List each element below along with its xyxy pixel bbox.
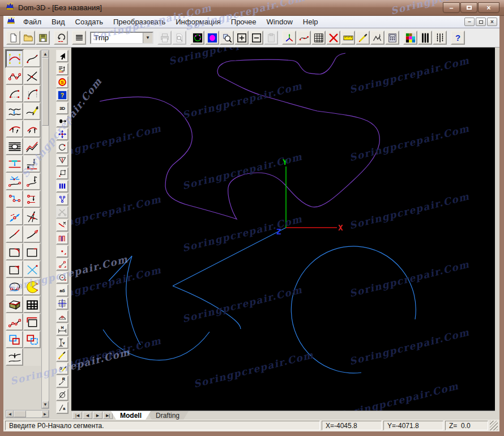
toolbar-print-button[interactable] — [157, 31, 172, 45]
strip-arrow-delete-button[interactable] — [56, 219, 69, 232]
toolbar-bars-button[interactable] — [418, 31, 432, 45]
palette-rect-corner-arc-button[interactable] — [6, 243, 23, 260]
toolbar-bars-dashed-button[interactable] — [433, 31, 447, 45]
toolbar-save-button[interactable] — [36, 31, 50, 45]
toolbar-view-dark-button[interactable] — [190, 31, 204, 45]
toolbar-calculator-button[interactable] — [385, 31, 399, 45]
strip-ellipse-arrow-button[interactable] — [56, 115, 69, 127]
dropdown-arrow-icon[interactable]: ▼ — [143, 33, 152, 43]
strip-warn-triangle-button[interactable] — [56, 154, 69, 166]
palette-box-3d-button[interactable] — [6, 296, 23, 313]
strip-columns-three-button[interactable] — [56, 180, 69, 193]
tab-nav-3[interactable]: ▶| — [103, 412, 113, 419]
palette-lines-cross-button[interactable] — [23, 67, 41, 85]
horizontal-scroll-thumb[interactable] — [14, 411, 26, 417]
strip-dome-arc-button[interactable] — [56, 310, 69, 323]
palette-arc-arrows-button[interactable] — [6, 120, 23, 138]
strip-dim-slope-button[interactable] — [56, 349, 69, 362]
toolbar-line-style-button[interactable] — [72, 31, 86, 45]
mdi-minimize-button[interactable]: – — [464, 18, 475, 26]
scroll-down-arrow-icon[interactable]: ▼ — [42, 401, 49, 408]
menu-item-вид[interactable]: Вид — [46, 16, 70, 27]
palette-chain-nodes-button[interactable] — [6, 313, 23, 331]
palette-curve-node-button[interactable] — [23, 50, 41, 67]
tab-nav-2[interactable]: ▶ — [93, 412, 102, 419]
maximize-button[interactable] — [460, 2, 477, 13]
toolbar-axes-button[interactable] — [282, 31, 296, 45]
palette-curve-3points-button[interactable] — [6, 67, 23, 85]
toolbar-measure-button[interactable] — [356, 31, 370, 45]
strip-view-3d-button[interactable]: 3D — [56, 102, 69, 114]
palette-node-pull-down-button[interactable] — [23, 190, 41, 208]
menu-item-файл[interactable]: Файл — [18, 16, 46, 27]
menu-item-help[interactable]: Help — [298, 16, 323, 27]
palette-rects-overlap-blue-button[interactable] — [6, 331, 23, 348]
toolbar-print-preview-button[interactable] — [172, 31, 186, 45]
palette-ellipse-points-button[interactable] — [6, 278, 23, 296]
resize-grip[interactable] — [490, 421, 498, 430]
palette-rect-plain-button[interactable] — [23, 243, 41, 260]
strip-dim-radius-button[interactable]: R — [56, 375, 69, 388]
toolbar-undo-button[interactable] — [54, 31, 68, 45]
menu-item-window[interactable]: Window — [262, 16, 298, 27]
toolbar-area-measure-button[interactable] — [370, 31, 385, 45]
palette-arc-endpoints-button[interactable] — [6, 85, 23, 102]
tab-nav-0[interactable]: |◀ — [72, 412, 82, 419]
palette-line-red-tip-button[interactable] — [6, 225, 23, 243]
palette-arc-two-arrows-button[interactable] — [23, 120, 41, 138]
menu-item-прочее[interactable]: Прочее — [226, 16, 262, 27]
strip-move-cross-button[interactable] — [56, 128, 69, 140]
strip-select-arrow-button[interactable] — [56, 50, 69, 62]
toolbar-delete-button[interactable] — [326, 31, 340, 45]
palette-zigzag-double-button[interactable] — [23, 138, 41, 155]
title-bar[interactable]: Dom-3D - [Без названия] –× — [0, 0, 504, 16]
strip-scissors-button[interactable] — [56, 206, 69, 219]
strip-text-ab-button[interactable]: аб — [56, 284, 69, 297]
palette-wave-arrow-button[interactable] — [6, 102, 23, 120]
palette-arc-dashed-button[interactable] — [23, 85, 41, 102]
palette-segment-down-button[interactable] — [23, 155, 41, 173]
palette-curve-endpoint-button[interactable] — [23, 225, 41, 243]
strip-dim-vertical-button[interactable]: v — [56, 336, 69, 349]
toolbar-zoom-window-button[interactable] — [220, 31, 234, 45]
toolbar-curve-points-button[interactable] — [297, 31, 311, 45]
scroll-right-arrow-icon[interactable]: ► — [41, 411, 49, 417]
palette-hatch-ellipse-button[interactable] — [6, 138, 23, 155]
palette-move-diagonal-button[interactable] — [6, 208, 23, 225]
drawing-canvas[interactable]: YXZ Soringpcrepair.ComSoringpcrepair.Com… — [71, 48, 495, 411]
palette-sector-yellow-button[interactable] — [23, 278, 41, 296]
strip-grid-crosshair-button[interactable] — [56, 297, 69, 310]
strip-rotate-button[interactable] — [56, 141, 69, 153]
strip-dim-horizontal-button[interactable]: H — [56, 323, 69, 336]
toolbar-help-button[interactable]: ? — [451, 31, 465, 45]
toolbar-grid-button[interactable] — [311, 31, 326, 45]
strip-tree-circles-button[interactable] — [56, 193, 69, 206]
strip-dim-zero-button[interactable]: 0 — [56, 362, 69, 375]
tab-nav-1[interactable]: ◀ — [83, 412, 92, 419]
strip-dim-diameter-button[interactable] — [56, 388, 69, 401]
strip-dim-angle-text-button[interactable]: a — [56, 401, 69, 414]
strip-point-mark-button[interactable] — [56, 245, 69, 258]
minimize-button[interactable]: – — [443, 2, 460, 13]
menu-item-информация[interactable]: Информация — [170, 16, 226, 27]
strip-help-blue-button[interactable]: ? — [56, 89, 69, 101]
palette-rect-corner-arc2-button[interactable] — [6, 260, 23, 278]
palette-rect-red-frame-button[interactable] — [23, 313, 41, 331]
menu-item-преобразовать[interactable]: Преобразовать — [108, 16, 170, 27]
strip-comb-button[interactable] — [56, 232, 69, 245]
tab-modell[interactable]: Modell — [111, 411, 151, 420]
vertical-scroll-thumb[interactable] — [42, 58, 49, 126]
palette-lines-star-button[interactable] — [23, 208, 41, 225]
strip-s-tool-button[interactable]: S — [56, 76, 69, 88]
toolbar-palette-colors-button[interactable] — [403, 31, 417, 45]
palette-horizontal-scrollbar[interactable]: ◄ ► — [6, 410, 49, 418]
toolbar-zoom-in-button[interactable] — [234, 31, 249, 45]
palette-curve-pencil-button[interactable] — [23, 102, 41, 120]
palette-lines-cyan-arrow-button[interactable] — [6, 155, 23, 173]
palette-table-grid-button[interactable] — [23, 296, 41, 313]
scroll-up-arrow-icon[interactable]: ▲ — [42, 50, 49, 58]
toolbar-ruler-button[interactable] — [341, 31, 355, 45]
toolbar-view-blue-button[interactable] — [205, 31, 219, 45]
palette-node-spread-button[interactable] — [6, 173, 23, 190]
palette-hook-arrow-button[interactable] — [23, 173, 41, 190]
